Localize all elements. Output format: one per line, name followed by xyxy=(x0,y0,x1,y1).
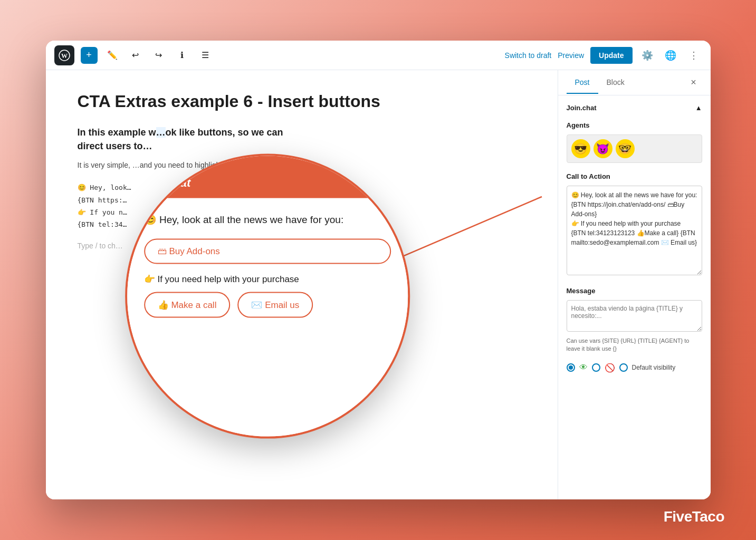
fivetaco-brand: FiveTaco xyxy=(664,508,724,525)
joinchat-section: Join.chat ▲ xyxy=(567,104,702,112)
buy-addons-button[interactable]: 🗃 Buy Add-ons xyxy=(144,238,391,264)
message-hint: Can use vars {SITE} {URL} {TITLE} {AGENT… xyxy=(567,337,702,353)
make-call-button[interactable]: 👍 Make a call xyxy=(144,292,231,317)
main-layout: CTA Extras example 6 - Insert buttons In… xyxy=(46,70,711,499)
cta-textarea[interactable]: 😊 Hey, look at all the news we have for … xyxy=(567,186,702,275)
message-section: Message Can use vars {SITE} {URL} {TITLE… xyxy=(567,287,702,353)
sidebar-content: Join.chat ▲ Agents 😎 😈 🤓 xyxy=(558,95,711,499)
list-view-button[interactable]: ☰ xyxy=(197,47,214,64)
post-body: In this example w…ok like buttons, so we… xyxy=(78,126,526,152)
tab-block[interactable]: Block xyxy=(598,72,633,94)
chat-button-group: 🗃 Buy Add-ons xyxy=(144,238,391,264)
agents-label: Agents xyxy=(567,121,702,129)
sidebar-header: Post Block × xyxy=(558,70,711,95)
switch-draft-button[interactable]: Switch to draft xyxy=(505,51,552,60)
joinchat-section-title: Join.chat ▲ xyxy=(567,104,702,112)
chat-message: 😊 Hey, look at all the news we have for … xyxy=(144,213,391,227)
eye-slash-icon[interactable]: 🚫 xyxy=(605,363,615,373)
joinchat-brand: Join.chat xyxy=(140,176,395,190)
wp-logo: W xyxy=(54,45,74,65)
cta-label: Call to Action xyxy=(567,172,702,180)
undo-button[interactable]: ↩ xyxy=(127,47,144,64)
radio-filled[interactable] xyxy=(567,363,575,372)
agent-avatar-2: 😈 xyxy=(594,139,613,158)
translate-icon[interactable]: 🌐 xyxy=(662,47,679,64)
add-block-button[interactable]: + xyxy=(81,47,98,64)
chat-popup-header: powered by Join.chat × xyxy=(127,156,408,198)
preview-button[interactable]: Preview xyxy=(558,51,584,60)
editor-area: CTA Extras example 6 - Insert buttons In… xyxy=(46,70,558,499)
powered-by-text: powered by xyxy=(140,167,395,174)
agent-avatar-1: 😎 xyxy=(571,139,590,158)
agent-avatar-3: 🤓 xyxy=(616,139,635,158)
tab-post[interactable]: Post xyxy=(567,72,598,94)
toolbar-right: Switch to draft Preview Update ⚙️ 🌐 ⋮ xyxy=(505,47,702,64)
cta-section: Call to Action 😊 Hey, look at all the ne… xyxy=(567,172,702,277)
sidebar: Post Block × Join.chat ▲ Agents xyxy=(558,70,711,499)
svg-text:W: W xyxy=(61,52,68,60)
pen-icon[interactable]: ✏️ xyxy=(104,47,121,64)
chat-action-buttons: 👍 Make a call ✉️ Email us xyxy=(144,292,391,317)
agents-row: 😎 😈 🤓 xyxy=(567,134,702,163)
radio-empty-2[interactable] xyxy=(619,363,628,372)
chevron-up-icon: ▲ xyxy=(695,104,702,112)
update-button[interactable]: Update xyxy=(590,47,632,64)
chat-popup-overlay: powered by Join.chat × 😊 Hey, look at al… xyxy=(125,154,410,439)
browser-window: W + ✏️ ↩ ↪ ℹ ☰ Switch to draft Preview U… xyxy=(46,41,711,499)
visibility-label: Default visibility xyxy=(632,364,676,371)
redo-button[interactable]: ↪ xyxy=(150,47,167,64)
sidebar-close-button[interactable]: × xyxy=(685,74,702,91)
eye-green-icon[interactable]: 👁 xyxy=(579,363,588,372)
visibility-row: 👁 🚫 Default visibility xyxy=(567,363,702,373)
chat-popup-inner: powered by Join.chat × 😊 Hey, look at al… xyxy=(127,156,408,437)
info-button[interactable]: ℹ xyxy=(174,47,190,64)
message-textarea[interactable] xyxy=(567,300,702,332)
email-us-button[interactable]: ✉️ Email us xyxy=(237,292,313,317)
settings-icon[interactable]: ⚙️ xyxy=(639,47,656,64)
chat-popup-body: 😊 Hey, look at all the news we have for … xyxy=(127,198,408,437)
top-bar: W + ✏️ ↩ ↪ ℹ ☰ Switch to draft Preview U… xyxy=(46,41,711,70)
post-title: CTA Extras example 6 - Insert buttons xyxy=(78,91,526,111)
chat-close-button[interactable]: × xyxy=(380,165,399,184)
more-options-icon[interactable]: ⋮ xyxy=(685,47,702,64)
agents-section: Agents 😎 😈 🤓 xyxy=(567,121,702,163)
message-label: Message xyxy=(567,287,702,295)
chat-section-label: 👉 If you need help with your purchase xyxy=(144,273,391,284)
radio-empty-1[interactable] xyxy=(592,363,600,372)
